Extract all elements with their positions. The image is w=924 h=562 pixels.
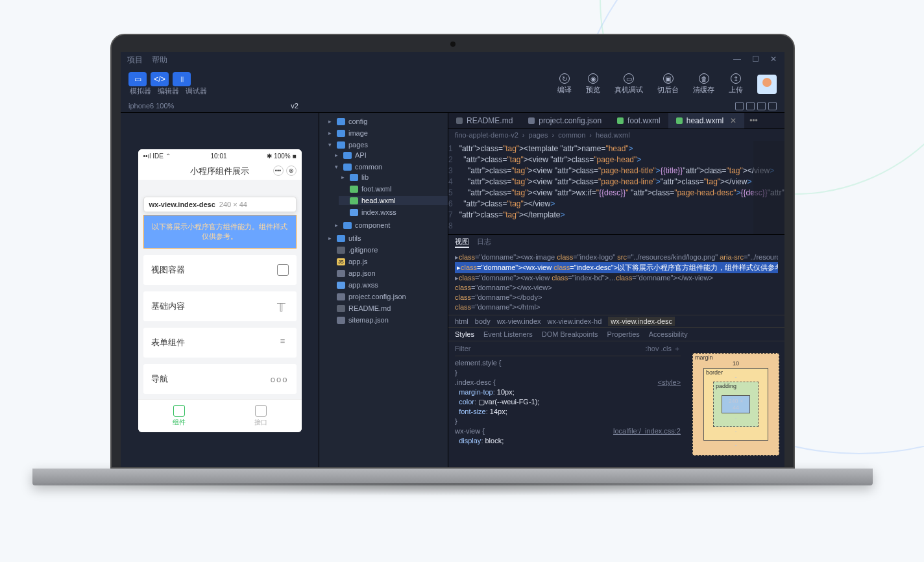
editor-tabs: README.md project.config.json foot.wxml … [448,113,784,129]
folder-config[interactable]: ▸config [326,117,448,126]
file-foot-wxml[interactable]: foot.wxml [339,184,448,193]
phone-status-time: 10:01 [211,153,227,160]
card-icon: 𝕋 [277,300,289,312]
window-maximize-icon[interactable]: ☐ [751,55,760,66]
mode-simulator-label: 模拟器 [130,86,151,96]
action-remote-debug[interactable]: ▭真机调试 [614,73,643,95]
menu-help[interactable]: 帮助 [152,55,167,66]
capsule-close-icon[interactable]: ⊗ [286,165,297,176]
devtools-tab-log[interactable]: 日志 [477,237,491,248]
folder-utils[interactable]: ▸utils [326,234,448,243]
phone-status-right: ✱ 100% ■ [267,153,296,160]
action-upload[interactable]: ↥上传 [729,73,743,95]
folder-common[interactable]: ▾common [332,162,448,171]
list-icon [277,337,289,348]
filter-input[interactable]: Filter [455,344,470,354]
laptop-frame: 项目 帮助 v2-FinClip小程序开发工具 — ☐ ✕ ▭ </> ⫴ 模拟… [110,34,795,496]
line-numbers: 12345678 [448,143,459,232]
tab-head-wxml[interactable]: head.wxml✕ [668,113,744,128]
mode-editor-label: 编辑器 [158,86,179,96]
subtab-accessibility[interactable]: Accessibility [649,330,688,338]
mode-simulator-icon[interactable]: ▭ [128,72,147,86]
simulator-panel: ••ıl IDE ⌃ 10:01 ✱ 100% ■ 小程序组件展示 ••• ⊗ … [121,113,319,467]
minimap[interactable] [753,141,784,234]
panel-icon[interactable] [735,102,744,110]
camera-dot [450,42,456,47]
file-explorer[interactable]: ▸config ▸image ▾pages ▸API ▾common ▸lib … [319,113,448,467]
card-navigation[interactable]: 导航ooo [143,364,297,394]
file-head-wxml[interactable]: head.wxml [339,196,448,205]
file-app-json[interactable]: app.json [326,269,448,278]
styles-pane[interactable]: Filter :hov .cls ＋ element.style { } .in… [448,341,687,467]
close-icon[interactable]: ✕ [730,116,736,125]
file-readme[interactable]: README.md [326,304,448,313]
ide-window: 项目 帮助 v2-FinClip小程序开发工具 — ☐ ✕ ▭ </> ⫴ 模拟… [121,52,784,467]
mode-debugger-label: 调试器 [186,86,207,96]
action-background[interactable]: ▣切后台 [657,73,679,95]
more-icon: ooo [271,374,289,384]
dom-tree[interactable]: ▸class="domname"><wx-image class="index-… [448,250,784,315]
inspector-tooltip: wx-view.index-desc 240 × 44 [143,197,297,212]
folder-component[interactable]: ▸component [332,221,448,230]
box-model: margin10 border- padding- 240 × 44 - - - [687,341,784,467]
card-basic-content[interactable]: 基础内容𝕋 [143,291,297,321]
user-avatar[interactable] [757,75,777,94]
tab-readme[interactable]: README.md [448,113,520,128]
toolbar: ▭ </> ⫴ 模拟器 编辑器 调试器 ↻编译 ◉预览 ▭真机调试 ▣切后台 🗑… [121,68,784,100]
card-view-container[interactable]: 视图容器 [143,255,297,285]
tabs-more-icon[interactable]: ••• [744,113,763,128]
dom-path: htmlbodywx-view.indexwx-view.index-hdwx-… [448,315,784,328]
code-editor[interactable]: 12345678 "attr">class="tag"><template "a… [448,141,784,234]
subtab-event-listeners[interactable]: Event Listeners [483,330,533,338]
subtab-styles[interactable]: Styles [455,330,474,338]
device-info: iphone6 100% [128,102,174,110]
folder-pages[interactable]: ▾pages [326,140,448,149]
highlighted-element[interactable]: 以下将展示小程序官方组件能力。组件样式仅供参考。 [143,215,297,249]
window-close-icon[interactable]: ✕ [769,55,778,66]
file-app-js[interactable]: JSapp.js [326,257,448,266]
action-preview[interactable]: ◉预览 [586,73,600,95]
action-compile[interactable]: ↻编译 [557,73,572,95]
panel-icon[interactable] [746,102,755,110]
project-root-label: v2 [291,102,298,110]
file-sitemap[interactable]: sitemap.json [326,315,448,324]
phone-nav: 组件 接口 [138,399,302,432]
tab-foot-wxml[interactable]: foot.wxml [609,113,668,128]
mode-editor-icon[interactable]: </> [151,72,169,86]
nav-api[interactable]: 接口 [220,400,302,432]
action-clear-cache[interactable]: 🗑清缓存 [693,73,714,95]
panel-icon[interactable] [757,102,766,110]
tab-project-config[interactable]: project.config.json [520,113,609,128]
laptop-shadow [19,483,886,496]
window-minimize-icon[interactable]: — [733,55,742,66]
menu-project[interactable]: 项目 [127,55,143,66]
file-index-wxss[interactable]: index.wxss [339,208,448,217]
folder-image[interactable]: ▸image [326,128,448,138]
phone-status-left: ••ıl IDE ⌃ [143,153,171,160]
file-gitignore[interactable]: .gitignore [326,245,448,254]
subtab-dom-breakpoints[interactable]: DOM Breakpoints [542,330,598,338]
editor-panel: README.md project.config.json foot.wxml … [448,113,784,467]
file-app-wxss[interactable]: app.wxss [326,280,448,289]
menubar: 项目 帮助 v2-FinClip小程序开发工具 — ☐ ✕ [121,52,784,68]
page-title: 小程序组件展示 [190,166,249,176]
breadcrumb: fino-applet-demo-v2›pages›common›head.wx… [448,129,784,141]
devtools-panel: 视图 日志 ▸class="domname"><wx-image class="… [448,234,784,467]
file-project-config[interactable]: project.config.json [326,292,448,301]
status-bar: iphone6 100% v2 [121,100,784,113]
phone-preview: ••ıl IDE ⌃ 10:01 ✱ 100% ■ 小程序组件展示 ••• ⊗ … [138,149,302,432]
nav-components[interactable]: 组件 [138,400,220,432]
mode-debugger-icon[interactable]: ⫴ [173,72,191,86]
card-icon [277,264,289,276]
capsule-menu-icon[interactable]: ••• [273,165,284,176]
subtab-properties[interactable]: Properties [607,330,640,338]
folder-lib[interactable]: ▸lib [339,173,448,182]
panel-icon[interactable] [768,102,777,110]
card-form-components[interactable]: 表单组件 [143,328,297,358]
hov-cls-toggle[interactable]: :hov .cls ＋ [646,344,681,354]
devtools-tab-view[interactable]: 视图 [455,237,469,248]
folder-api[interactable]: ▸API [332,151,448,160]
